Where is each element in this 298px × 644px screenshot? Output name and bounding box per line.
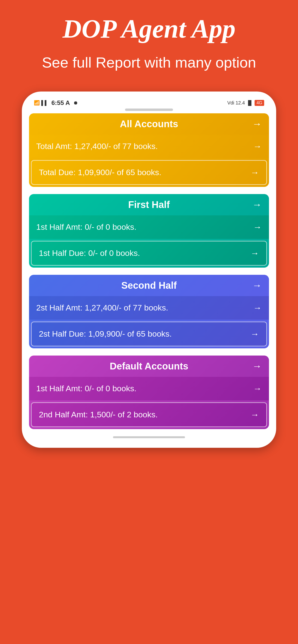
section-row-first-half-0[interactable]: 1st Half Amt: 0/- of 0 books.→ [29, 216, 269, 239]
row-arrow-second-half-0: → [253, 303, 262, 313]
phone-content: All Accounts→Total Amt: 1,27,400/- of 77… [27, 113, 271, 429]
app-title: DOP Agent App [53, 14, 245, 43]
status-time: 6:55 A [51, 99, 70, 106]
status-left: 📶 ▌▌ 6:55 A ⏺ [34, 99, 78, 106]
section-first-half[interactable]: First Half→1st Half Amt: 0/- of 0 books.… [29, 194, 269, 268]
section-header-default-accounts[interactable]: Default Accounts→ [29, 356, 269, 377]
notch-bar [27, 108, 271, 111]
wifi-speed: Vdi 12.4 [227, 100, 245, 106]
section-row-first-half-1[interactable]: 1st Half Due: 0/- of 0 books.→ [31, 241, 267, 266]
row-arrow-default-accounts-1: → [250, 410, 259, 420]
section-header-second-half[interactable]: Second Half→ [29, 275, 269, 296]
row-label-all-accounts-1: Total Due: 1,09,900/- of 65 books. [39, 168, 161, 177]
row-arrow-default-accounts-0: → [253, 384, 262, 394]
row-arrow-second-half-1: → [250, 329, 259, 339]
row-arrow-all-accounts-1: → [250, 168, 259, 178]
section-header-arrow-first-half: → [252, 199, 262, 210]
notch [125, 108, 173, 111]
section-row-all-accounts-1[interactable]: Total Due: 1,09,900/- of 65 books.→ [31, 160, 267, 185]
row-label-second-half-1: 2st Half Due: 1,09,900/- of 65 books. [39, 329, 172, 338]
phone-mockup: 📶 ▌▌ 6:55 A ⏺ Vdi 12.4 ▐▌ 4G All Account… [22, 92, 276, 448]
battery-icon: ▐▌ [246, 100, 253, 106]
record-icon: ⏺ [73, 100, 78, 106]
row-arrow-first-half-0: → [253, 222, 262, 232]
section-all-accounts[interactable]: All Accounts→Total Amt: 1,27,400/- of 77… [29, 113, 269, 187]
home-bar [113, 436, 185, 438]
row-label-default-accounts-1: 2nd Half Amt: 1,500/- of 2 books. [39, 410, 158, 419]
status-bar: 📶 ▌▌ 6:55 A ⏺ Vdi 12.4 ▐▌ 4G [27, 96, 271, 108]
app-subtitle: See full Report with many option [28, 53, 271, 72]
lte-badge: 4G [255, 100, 264, 106]
section-default-accounts[interactable]: Default Accounts→1st Half Amt: 0/- of 0 … [29, 356, 269, 429]
row-label-second-half-0: 2st Half Amt: 1,27,400/- of 77 books. [36, 303, 168, 312]
section-header-first-half[interactable]: First Half→ [29, 194, 269, 216]
section-header-arrow-all-accounts: → [252, 118, 262, 130]
section-header-all-accounts[interactable]: All Accounts→ [29, 113, 269, 135]
row-arrow-first-half-1: → [250, 248, 259, 258]
signal-bars: ▌▌ [41, 100, 48, 106]
section-row-second-half-0[interactable]: 2st Half Amt: 1,27,400/- of 77 books.→ [29, 296, 269, 320]
section-title-first-half: First Half [128, 199, 170, 210]
section-title-all-accounts: All Accounts [120, 118, 178, 130]
section-row-default-accounts-1[interactable]: 2nd Half Amt: 1,500/- of 2 books.→ [31, 402, 267, 427]
status-right: Vdi 12.4 ▐▌ 4G [227, 100, 264, 106]
section-row-default-accounts-0[interactable]: 1st Half Amt: 0/- of 0 books.→ [29, 377, 269, 400]
section-second-half[interactable]: Second Half→2st Half Amt: 1,27,400/- of … [29, 275, 269, 348]
section-header-arrow-second-half: → [252, 280, 262, 291]
home-indicator [27, 436, 271, 438]
section-header-arrow-default-accounts: → [252, 361, 262, 372]
row-label-all-accounts-0: Total Amt: 1,27,400/- of 77 books. [36, 142, 158, 151]
section-title-second-half: Second Half [121, 280, 177, 291]
row-label-default-accounts-0: 1st Half Amt: 0/- of 0 books. [36, 384, 136, 393]
row-arrow-all-accounts-0: → [253, 141, 262, 152]
section-row-all-accounts-0[interactable]: Total Amt: 1,27,400/- of 77 books.→ [29, 135, 269, 158]
row-label-first-half-0: 1st Half Amt: 0/- of 0 books. [36, 222, 136, 232]
section-title-default-accounts: Default Accounts [110, 361, 188, 372]
section-row-second-half-1[interactable]: 2st Half Due: 1,09,900/- of 65 books.→ [31, 322, 267, 346]
row-label-first-half-1: 1st Half Due: 0/- of 0 books. [39, 248, 140, 258]
network-icon: 📶 [34, 100, 40, 106]
